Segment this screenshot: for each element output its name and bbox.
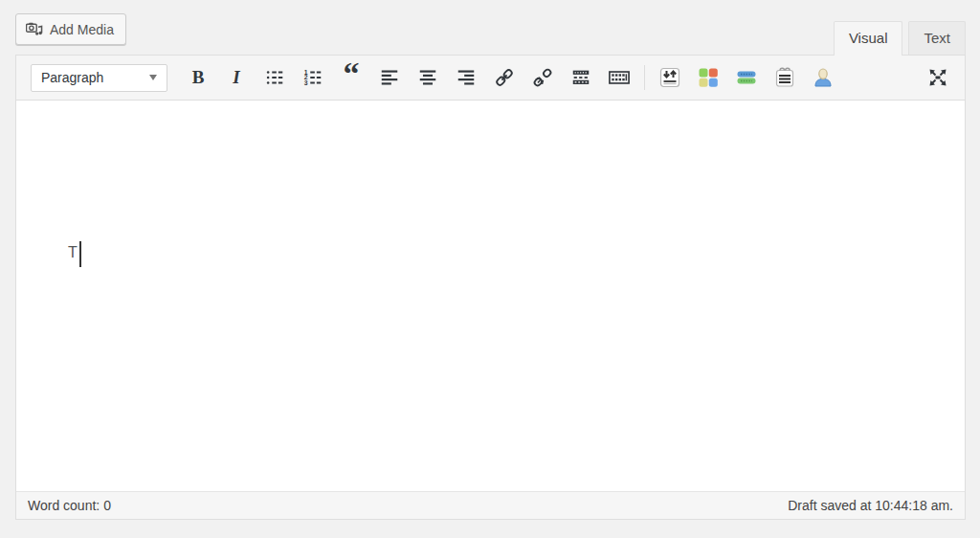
read-more-button[interactable]: [565, 63, 597, 92]
editor-toolbar: Paragraph B I: [16, 56, 965, 101]
align-center-icon: [417, 67, 438, 88]
chevron-down-icon: [149, 75, 157, 80]
fullscreen-icon: [926, 66, 949, 89]
unlink-icon: [532, 67, 553, 88]
align-left-button[interactable]: [373, 63, 406, 92]
read-more-icon: [570, 67, 591, 88]
plugin-import-export-button[interactable]: [654, 63, 686, 92]
plugin-colored-squares-button[interactable]: [692, 63, 724, 92]
plugin-person-button[interactable]: [807, 63, 839, 92]
editor-status-bar: Word count: 0 Draft saved at 10:44:18 am…: [16, 491, 965, 519]
link-icon: [494, 67, 515, 88]
add-media-icon: [26, 22, 43, 37]
tab-visual[interactable]: Visual: [834, 21, 903, 56]
align-center-button[interactable]: [412, 63, 444, 92]
toolbar-divider: [644, 65, 645, 90]
blockquote-button[interactable]: “: [335, 63, 368, 92]
bold-icon: B: [192, 67, 205, 88]
word-count-label: Word count:: [28, 498, 100, 513]
italic-button[interactable]: I: [220, 63, 253, 92]
add-media-label: Add Media: [50, 22, 114, 37]
svg-text:3: 3: [304, 79, 308, 86]
fullscreen-button[interactable]: [922, 63, 954, 92]
word-count: Word count: 0: [28, 498, 111, 513]
italic-icon: I: [233, 67, 239, 88]
editor-mode-tabs: Visual Text: [834, 21, 966, 55]
notepad-icon: [773, 66, 796, 89]
editor-box: Paragraph B I: [15, 55, 966, 520]
plugin-notepad-button[interactable]: [768, 63, 801, 92]
stacked-pills-icon: [735, 66, 758, 89]
tab-text[interactable]: Text: [908, 21, 966, 55]
post-editor: Add Media Visual Text Paragraph B I: [15, 0, 966, 520]
plugin-stacked-pills-button[interactable]: [730, 63, 763, 92]
add-media-button[interactable]: Add Media: [15, 13, 126, 45]
visual-editor-content[interactable]: T: [16, 101, 965, 491]
toolbar-toggle-keyboard-icon: [608, 67, 631, 88]
insert-link-button[interactable]: [488, 63, 521, 92]
colored-squares-icon: [697, 66, 720, 89]
content-text: T: [68, 243, 78, 262]
editor-top-bar: Add Media Visual Text: [15, 0, 966, 55]
align-right-button[interactable]: [450, 63, 482, 92]
import-export-arrows-icon: [658, 66, 681, 89]
numbered-list-button[interactable]: 1 2 3: [297, 63, 329, 92]
numbered-list-icon: 1 2 3: [302, 67, 323, 88]
format-select-value: Paragraph: [41, 70, 103, 85]
text-caret: [79, 241, 81, 267]
paragraph-format-select[interactable]: Paragraph: [31, 64, 167, 92]
person-icon: [812, 66, 835, 89]
word-count-value: 0: [103, 498, 111, 513]
toolbar-toggle-button[interactable]: [603, 63, 635, 92]
align-right-icon: [456, 67, 477, 88]
draft-saved-status: Draft saved at 10:44:18 am.: [788, 498, 953, 513]
bullet-list-icon: [264, 67, 285, 88]
blockquote-icon: “: [344, 69, 360, 86]
remove-link-button[interactable]: [526, 63, 559, 92]
bold-button[interactable]: B: [182, 63, 214, 92]
bullet-list-button[interactable]: [258, 63, 291, 92]
align-left-icon: [379, 67, 400, 88]
